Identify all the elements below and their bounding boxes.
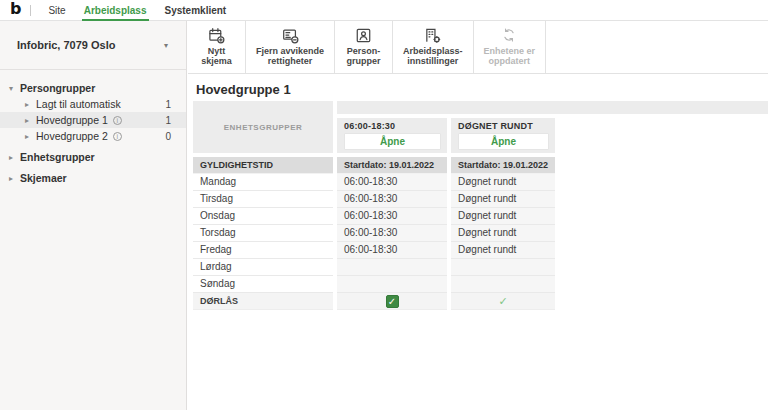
toolbar-label: Nyttskjema: [201, 46, 232, 67]
day-value: [451, 259, 555, 276]
day-value: 06:00-18:30: [337, 225, 447, 242]
chevron-down-icon[interactable]: ▾: [164, 41, 168, 50]
caret-right-icon[interactable]: ▸: [9, 153, 20, 162]
day-value: Døgnet rundt: [451, 225, 555, 242]
sidebar-item-label: Hovedgruppe 1: [36, 114, 108, 126]
caret-down-icon[interactable]: ▾: [9, 84, 20, 93]
column-header-label: 06:00-18:30: [344, 121, 441, 131]
day-value: [337, 259, 447, 276]
open-button-1[interactable]: Åpne: [344, 133, 441, 150]
org-selector[interactable]: Infobric, 7079 Oslo ▾: [0, 21, 186, 70]
checkbox-checked-icon[interactable]: ✓: [386, 295, 399, 308]
validity-value: Startdato: 19.01.2022: [451, 157, 555, 174]
sidebar-item-label: Hovedgruppe 2: [36, 130, 108, 142]
doorlock-cell-1: ✓: [337, 293, 447, 310]
sidebar-item-hovedgruppe-1[interactable]: ▸ Hovedgruppe 1 i 1: [0, 112, 186, 128]
topbar-divider: [30, 5, 31, 16]
tab-systemklient[interactable]: Systemklient: [156, 0, 236, 21]
person-groups-button[interactable]: Person-grupper: [335, 21, 393, 73]
sidebar-item-persongrupper[interactable]: ▾ Persongrupper: [0, 80, 186, 96]
sidebar-item-lagt-til-automatisk[interactable]: ▸ Lagt til automatisk 1: [0, 96, 186, 112]
open-button-2[interactable]: Åpne: [458, 133, 549, 150]
day-label: Tirsdag: [193, 191, 333, 208]
column-header-label: DØGNET RUNDT: [458, 121, 549, 131]
toolbar-label: Fjern avvikenderettigheter: [256, 46, 324, 67]
sidebar-item-label: Lagt til automatisk: [36, 98, 121, 110]
infobric-logo-icon: b: [10, 1, 21, 17]
toolbar: Nyttskjema Fjern avvikenderettigheter: [188, 21, 768, 74]
workplace-settings-button[interactable]: Arbeidsplass-innstillinger: [393, 21, 474, 73]
column-header-dognet-rundt: DØGNET RUNDT Åpne: [451, 118, 555, 153]
page-title: Hovedgruppe 1: [196, 83, 768, 97]
item-count: 1: [165, 99, 171, 110]
new-form-button[interactable]: Nyttskjema: [188, 21, 246, 73]
building-gear-icon: [424, 26, 441, 44]
caret-right-icon[interactable]: ▸: [9, 174, 20, 183]
refresh-icon: [501, 26, 517, 44]
calendar-plus-icon: [208, 26, 225, 44]
caret-right-icon[interactable]: ▸: [25, 132, 36, 141]
sidebar-item-label: Persongrupper: [20, 82, 95, 94]
sidebar-item-hovedgruppe-2[interactable]: ▸ Hovedgruppe 2 i 0: [0, 128, 186, 144]
info-icon[interactable]: i: [113, 132, 122, 141]
sidebar: Infobric, 7079 Oslo ▾ ▾ Persongrupper ▸ …: [0, 21, 187, 410]
topbar: b Site Arbeidsplass Systemklient: [0, 0, 768, 21]
access-table: ENHETSGRUPPER 06:00-18:30 Åpne DØGNET RU…: [193, 101, 768, 310]
day-value: 06:00-18:30: [337, 208, 447, 225]
day-label: Onsdag: [193, 208, 333, 225]
tab-site[interactable]: Site: [39, 0, 74, 21]
day-label: Mandag: [193, 174, 333, 191]
item-count: 0: [165, 131, 171, 142]
day-value: 06:00-18:30: [337, 191, 447, 208]
sidebar-tree: ▾ Persongrupper ▸ Lagt til automatisk 1 …: [0, 70, 186, 186]
info-icon[interactable]: i: [113, 116, 122, 125]
doorlock-cell-2: ✓: [451, 293, 555, 310]
remove-deviating-rights-button[interactable]: Fjern avvikenderettigheter: [246, 21, 335, 73]
sidebar-item-skjemaer[interactable]: ▸ Skjemaer: [0, 170, 186, 186]
person-badge-icon: [355, 26, 372, 44]
day-value: Døgnet rundt: [451, 174, 555, 191]
validity-value: Startdato: 19.01.2022: [337, 157, 447, 174]
devices-updated-status: Enhetene eroppdatert: [474, 21, 547, 73]
day-value: [337, 276, 447, 293]
day-value: Døgnet rundt: [451, 208, 555, 225]
sidebar-item-enhetsgrupper[interactable]: ▸ Enhetsgrupper: [0, 149, 186, 165]
day-label: Torsdag: [193, 225, 333, 242]
card-minus-icon: [282, 26, 299, 44]
validity-label: GYLDIGHETSTID: [193, 157, 333, 174]
day-label: Lørdag: [193, 259, 333, 276]
toolbar-label: Person-grupper: [347, 46, 381, 67]
caret-right-icon[interactable]: ▸: [25, 100, 36, 109]
day-label: Søndag: [193, 276, 333, 293]
day-value: 06:00-18:30: [337, 242, 447, 259]
day-value: 06:00-18:30: [337, 174, 447, 191]
item-count: 1: [165, 115, 171, 126]
sidebar-item-label: Skjemaer: [20, 172, 67, 184]
day-value: Døgnet rundt: [451, 191, 555, 208]
content: Hovedgruppe 1 ENHETSGRUPPER 06:00-18:30 …: [188, 74, 768, 310]
toolbar-label: Arbeidsplass-innstillinger: [403, 46, 463, 67]
table-body: GYLDIGHETSTID Startdato: 19.01.2022 Star…: [193, 157, 768, 310]
check-icon: ✓: [498, 293, 507, 309]
sidebar-item-label: Enhetsgrupper: [20, 151, 95, 163]
doorlock-label: DØRLÅS: [193, 293, 333, 310]
org-name: Infobric, 7079 Oslo: [17, 39, 115, 51]
table-header-row: ENHETSGRUPPER 06:00-18:30 Åpne DØGNET RU…: [193, 101, 768, 153]
day-value: Døgnet rundt: [451, 242, 555, 259]
tab-arbeidsplass[interactable]: Arbeidsplass: [75, 0, 156, 21]
toolbar-label: Enhetene eroppdatert: [484, 46, 536, 67]
enhetsgrupper-header: ENHETSGRUPPER: [193, 101, 333, 153]
main-area: Nyttskjema Fjern avvikenderettigheter: [188, 21, 768, 410]
day-label: Fredag: [193, 242, 333, 259]
caret-right-icon[interactable]: ▸: [25, 116, 36, 125]
day-value: [451, 276, 555, 293]
column-header-0600-1830: 06:00-18:30 Åpne: [337, 118, 447, 153]
